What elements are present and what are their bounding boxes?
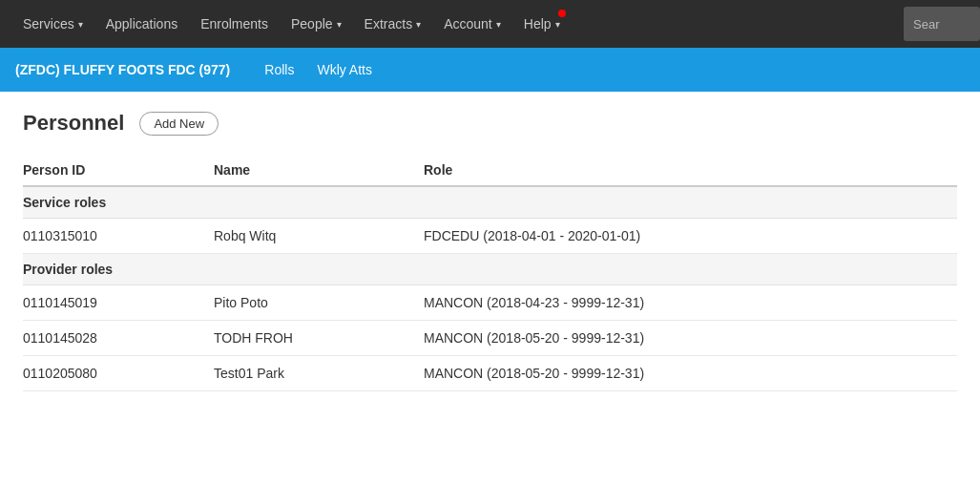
notification-dot bbox=[558, 10, 566, 17]
person-role-cell: MANCON (2018-04-23 - 9999-12-31) bbox=[424, 285, 957, 321]
nav-enrolments-label: Enrolments bbox=[200, 16, 268, 32]
col-header-name: Name bbox=[214, 155, 424, 186]
search-box[interactable] bbox=[904, 0, 980, 48]
nav-help-caret: ▾ bbox=[555, 19, 560, 30]
nav-help[interactable]: Help ▾ bbox=[512, 0, 572, 48]
person-name-cell: TODH FROH bbox=[214, 321, 424, 356]
col-header-role: Role bbox=[424, 155, 957, 186]
person-role-cell: FDCEDU (2018-04-01 - 2020-01-01) bbox=[424, 219, 957, 254]
nav-people-caret: ▾ bbox=[337, 19, 342, 30]
nav-extracts-caret: ▾ bbox=[416, 19, 421, 30]
nav-enrolments[interactable]: Enrolments bbox=[189, 0, 280, 48]
table-header-row: Person ID Name Role bbox=[23, 155, 957, 186]
table-section-header: Service roles bbox=[23, 186, 957, 219]
search-input[interactable] bbox=[904, 7, 980, 41]
person-id-cell[interactable]: 0110315010 bbox=[23, 219, 214, 254]
person-name-cell: Test01 Park bbox=[214, 356, 424, 391]
nav-extracts[interactable]: Extracts ▾ bbox=[353, 0, 433, 48]
table-section-header: Provider roles bbox=[23, 254, 957, 285]
nav-applications-label: Applications bbox=[106, 16, 178, 32]
person-name-cell: Robq Witq bbox=[214, 219, 424, 254]
nav-account-caret: ▾ bbox=[496, 19, 501, 30]
nav-account[interactable]: Account ▾ bbox=[432, 0, 512, 48]
nav-extracts-label: Extracts bbox=[365, 16, 413, 32]
nav-account-label: Account bbox=[444, 16, 492, 32]
person-id-cell: 0110145028 bbox=[23, 321, 214, 356]
section-label: Service roles bbox=[23, 186, 957, 219]
sub-nav: (ZFDC) FLUFFY FOOTS FDC (977) Rolls Wkly… bbox=[0, 48, 980, 92]
col-header-person-id: Person ID bbox=[23, 155, 214, 186]
person-role-cell: MANCON (2018-05-20 - 9999-12-31) bbox=[424, 321, 957, 356]
person-id-cell: 0110205080 bbox=[23, 356, 214, 391]
nav-services-label: Services bbox=[23, 16, 74, 32]
nav-people[interactable]: People ▾ bbox=[280, 0, 353, 48]
sub-nav-rolls[interactable]: Rolls bbox=[253, 48, 305, 92]
person-id-cell: 0110145019 bbox=[23, 285, 214, 321]
nav-help-label: Help bbox=[524, 16, 552, 32]
person-name-cell: Pito Poto bbox=[214, 285, 424, 321]
table-row: 0110205080Test01 ParkMANCON (2018-05-20 … bbox=[23, 356, 957, 391]
personnel-table: Person ID Name Role Service roles0110315… bbox=[23, 155, 957, 391]
main-content: Personnel Add New Person ID Name Role Se… bbox=[0, 92, 980, 410]
table-row: 0110315010Robq WitqFDCEDU (2018-04-01 - … bbox=[23, 219, 957, 254]
top-nav: Services ▾ Applications Enrolments Peopl… bbox=[0, 0, 980, 48]
section-label: Provider roles bbox=[23, 254, 957, 285]
page-title: Personnel bbox=[23, 111, 124, 136]
table-row: 0110145019Pito PotoMANCON (2018-04-23 - … bbox=[23, 285, 957, 321]
page-header: Personnel Add New bbox=[23, 111, 957, 136]
nav-services[interactable]: Services ▾ bbox=[11, 0, 94, 48]
add-new-button[interactable]: Add New bbox=[139, 112, 219, 136]
table-row: 0110145028TODH FROHMANCON (2018-05-20 - … bbox=[23, 321, 957, 356]
sub-nav-wkly-atts[interactable]: Wkly Atts bbox=[305, 48, 384, 92]
nav-people-label: People bbox=[291, 16, 333, 32]
service-title: (ZFDC) FLUFFY FOOTS FDC (977) bbox=[15, 62, 230, 77]
nav-applications[interactable]: Applications bbox=[94, 0, 190, 48]
person-role-cell: MANCON (2018-05-20 - 9999-12-31) bbox=[424, 356, 957, 391]
nav-services-caret: ▾ bbox=[78, 19, 83, 30]
